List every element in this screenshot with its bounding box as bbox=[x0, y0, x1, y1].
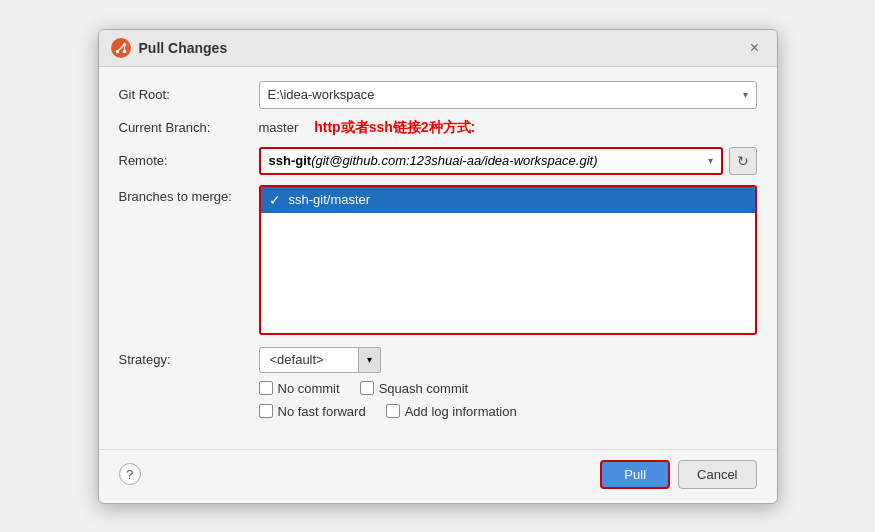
no-commit-checkbox[interactable]: No commit bbox=[259, 381, 340, 396]
title-bar-left: Pull Changes bbox=[111, 38, 228, 58]
current-branch-value: master bbox=[259, 120, 299, 135]
strategy-select-value[interactable]: <default> bbox=[259, 347, 359, 373]
remote-bold: ssh-git bbox=[269, 153, 312, 168]
add-log-label: Add log information bbox=[405, 404, 517, 419]
remote-italic: (git@github.com:123shuai-aa/idea-workspa… bbox=[311, 153, 597, 168]
no-fast-forward-label: No fast forward bbox=[278, 404, 366, 419]
no-fast-forward-checkbox[interactable]: No fast forward bbox=[259, 404, 366, 419]
refresh-button[interactable]: ↻ bbox=[729, 147, 757, 175]
no-commit-label: No commit bbox=[278, 381, 340, 396]
strategy-chevron-icon[interactable]: ▾ bbox=[359, 347, 381, 373]
strategy-select[interactable]: <default> ▾ bbox=[259, 347, 381, 373]
current-branch-label: Current Branch: bbox=[119, 120, 259, 135]
squash-commit-checkbox-box[interactable] bbox=[360, 381, 374, 395]
remote-row: Remote: ssh-git(git@github.com:123shuai-… bbox=[119, 147, 757, 175]
current-branch-control: master http或者ssh链接2种方式: bbox=[259, 119, 757, 137]
remote-select[interactable]: ssh-git(git@github.com:123shuai-aa/idea-… bbox=[259, 147, 723, 175]
branch-name: ssh-git/master bbox=[289, 192, 371, 207]
dialog-title: Pull Changes bbox=[139, 40, 228, 56]
squash-commit-checkbox[interactable]: Squash commit bbox=[360, 381, 469, 396]
git-root-chevron-icon: ▾ bbox=[743, 89, 748, 100]
checkboxes-row-2: No fast forward Add log information bbox=[119, 404, 757, 419]
checkmark-icon: ✓ bbox=[269, 192, 281, 208]
help-button[interactable]: ? bbox=[119, 463, 141, 485]
git-root-select[interactable]: E:\idea-workspace ▾ bbox=[259, 81, 757, 109]
dialog-content: Git Root: E:\idea-workspace ▾ Current Br… bbox=[99, 67, 777, 441]
git-root-value: E:\idea-workspace bbox=[268, 87, 375, 102]
strategy-section: Strategy: <default> ▾ No commit Squash c… bbox=[119, 347, 757, 419]
add-log-checkbox[interactable]: Add log information bbox=[386, 404, 517, 419]
branch-item[interactable]: ✓ ssh-git/master bbox=[261, 187, 755, 213]
branch-list-empty-area bbox=[261, 213, 755, 327]
remote-control: ssh-git(git@github.com:123shuai-aa/idea-… bbox=[259, 147, 757, 175]
git-root-label: Git Root: bbox=[119, 87, 259, 102]
remote-label: Remote: bbox=[119, 153, 259, 168]
remote-chevron-icon: ▾ bbox=[708, 155, 713, 166]
squash-commit-label: Squash commit bbox=[379, 381, 469, 396]
strategy-row: Strategy: <default> ▾ bbox=[119, 347, 757, 373]
bottom-bar: ? Pull Cancel bbox=[99, 449, 777, 503]
current-branch-row: Current Branch: master http或者ssh链接2种方式: bbox=[119, 119, 757, 137]
strategy-label: Strategy: bbox=[119, 352, 259, 367]
branches-label: Branches to merge: bbox=[119, 185, 259, 204]
pull-button[interactable]: Pull bbox=[600, 460, 670, 489]
cancel-button[interactable]: Cancel bbox=[678, 460, 756, 489]
git-icon bbox=[111, 38, 131, 58]
remote-value: ssh-git(git@github.com:123shuai-aa/idea-… bbox=[269, 153, 598, 168]
branches-row: Branches to merge: ✓ ssh-git/master bbox=[119, 185, 757, 335]
git-root-row: Git Root: E:\idea-workspace ▾ bbox=[119, 81, 757, 109]
no-commit-checkbox-box[interactable] bbox=[259, 381, 273, 395]
close-button[interactable]: × bbox=[745, 38, 765, 58]
no-fast-forward-checkbox-box[interactable] bbox=[259, 404, 273, 418]
annotation-text: http或者ssh链接2种方式: bbox=[314, 119, 475, 137]
branches-list[interactable]: ✓ ssh-git/master bbox=[259, 185, 757, 335]
git-root-control: E:\idea-workspace ▾ bbox=[259, 81, 757, 109]
checkboxes-row-1: No commit Squash commit bbox=[119, 381, 757, 396]
action-buttons: Pull Cancel bbox=[600, 460, 756, 489]
pull-changes-dialog: Pull Changes × Git Root: E:\idea-workspa… bbox=[98, 29, 778, 504]
add-log-checkbox-box[interactable] bbox=[386, 404, 400, 418]
title-bar: Pull Changes × bbox=[99, 30, 777, 67]
